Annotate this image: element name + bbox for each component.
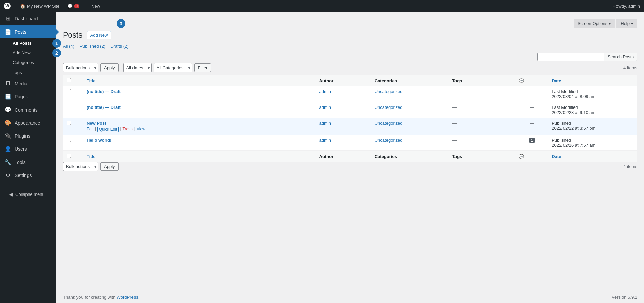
plugins-icon: 🔌 — [5, 133, 11, 139]
wordpress-link[interactable]: WordPress — [117, 295, 138, 300]
sidebar-item-pages[interactable]: 📃 Pages — [0, 90, 56, 103]
submenu-add-new[interactable]: Add New 2 — [0, 48, 56, 58]
row-3-edit-link[interactable]: Edit — [87, 127, 94, 132]
row-4-author-link[interactable]: admin — [319, 138, 331, 143]
row-4-category-link[interactable]: Uncategorized — [375, 138, 403, 143]
sidebar: ⊞ Dashboard 📄 Posts All Posts 1 Add New … — [0, 12, 56, 303]
col-comments-footer: 💬 — [515, 151, 548, 162]
adminbar-new[interactable]: + New — [84, 0, 104, 12]
dashboard-icon: ⊞ — [5, 15, 11, 22]
comments-col-icon: 💬 — [519, 78, 524, 83]
collapse-menu-button[interactable]: ◀ Collapse menu — [5, 188, 52, 200]
row-4-title-link[interactable]: Hello world! — [87, 138, 111, 143]
col-date-header[interactable]: Date — [548, 75, 637, 86]
dates-filter-wrap: All dates ▾ — [123, 63, 152, 72]
tablenav-actions: Bulk actions ▾ Apply All dates ▾ All Cat… — [63, 63, 621, 72]
row-2-checkbox[interactable] — [67, 105, 71, 109]
search-posts-input[interactable] — [537, 53, 604, 61]
sidebar-item-dashboard[interactable]: ⊞ Dashboard — [0, 12, 56, 25]
row-3-trash-link[interactable]: Trash — [123, 127, 133, 132]
row-3-date-cell: Published 2022/02/22 at 3:57 pm — [548, 118, 637, 135]
row-4-comments-badge[interactable]: 1 — [529, 138, 535, 143]
row-1-title-link[interactable]: (no title) — Draft — [87, 89, 121, 94]
row-1-category-link[interactable]: Uncategorized — [375, 89, 403, 94]
row-2-title-link[interactable]: (no title) — Draft — [87, 105, 121, 110]
adminbar-user[interactable]: Howdy, admin — [613, 4, 640, 9]
apply-bottom-button[interactable]: Apply — [100, 162, 119, 171]
col-title-footer[interactable]: Title — [83, 151, 316, 162]
adminbar-comments[interactable]: 💬 0 — [63, 0, 84, 12]
appearance-icon: 🎨 — [5, 120, 11, 126]
col-categories-footer: Categories — [371, 151, 449, 162]
submenu-all-posts[interactable]: All Posts 1 — [0, 38, 56, 48]
sidebar-item-tools[interactable]: 🔧 Tools — [0, 156, 56, 169]
row-3-comments-cell: — — [515, 118, 548, 135]
categories-filter-select[interactable]: All Categories — [154, 63, 192, 72]
title-sort-link[interactable]: Title — [87, 78, 96, 83]
filter-all-link[interactable]: All (4) — [63, 44, 74, 49]
sidebar-item-users[interactable]: 👤 Users — [0, 142, 56, 156]
row-2-tags-cell: — — [449, 102, 515, 118]
row-3-checkbox[interactable] — [67, 121, 71, 125]
dates-filter-select[interactable]: All dates — [123, 63, 152, 72]
row-4-date: 2022/02/16 at 7:57 am — [552, 143, 595, 148]
row-1-category-cell: Uncategorized — [371, 86, 449, 102]
filter-drafts-link[interactable]: Drafts (2) — [110, 44, 128, 49]
add-new-button[interactable]: Add New — [87, 31, 112, 39]
row-2-tags: — — [452, 105, 457, 110]
filter-published-link[interactable]: Published (2) — [79, 44, 105, 49]
help-arrow: ▾ — [631, 21, 633, 26]
filter-button[interactable]: Filter — [194, 63, 211, 72]
row-3-title-link[interactable]: New Post — [87, 121, 106, 126]
sidebar-item-comments[interactable]: 💬 Comments — [0, 103, 56, 116]
row-4-checkbox[interactable] — [67, 138, 71, 142]
help-button[interactable]: Help ▾ — [616, 19, 637, 28]
table-row: (no title) — Draft admin Uncategorized —… — [63, 86, 637, 102]
tablenav-right-bottom: 4 items — [623, 164, 637, 169]
apply-top-button[interactable]: Apply — [100, 63, 119, 72]
select-all-checkbox[interactable] — [67, 78, 71, 82]
row-1-checkbox[interactable] — [67, 89, 71, 93]
row-3-author-link[interactable]: admin — [319, 121, 331, 126]
row-3-category-link[interactable]: Uncategorized — [375, 121, 403, 126]
row-1-author-link[interactable]: admin — [319, 89, 331, 94]
table-head: Title Author Categories Tags 💬 — [63, 75, 637, 86]
col-title-header[interactable]: Title — [83, 75, 316, 86]
col-author-header: Author — [316, 75, 371, 86]
posts-table: Title Author Categories Tags 💬 — [63, 75, 637, 162]
row-4-category-cell: Uncategorized — [371, 135, 449, 151]
col-date-footer[interactable]: Date — [548, 151, 637, 162]
settings-icon: ⚙ — [5, 172, 11, 178]
row-1-title-cell: (no title) — Draft — [83, 86, 316, 102]
title-sort-link-bottom[interactable]: Title — [87, 154, 96, 159]
select-all-bottom-checkbox[interactable] — [67, 154, 71, 158]
sidebar-item-media[interactable]: 🖼 Media — [0, 77, 56, 90]
row-2-author-link[interactable]: admin — [319, 105, 331, 110]
sidebar-item-settings[interactable]: ⚙ Settings — [0, 169, 56, 182]
sidebar-item-plugins[interactable]: 🔌 Plugins — [0, 129, 56, 142]
pages-icon: 📃 — [5, 93, 11, 100]
title-col-label: Title — [87, 78, 96, 83]
sidebar-item-posts[interactable]: 📄 Posts — [0, 25, 56, 38]
bulk-actions-bottom-select[interactable]: Bulk actions — [63, 162, 98, 171]
row-1-tags-cell: — — [449, 86, 515, 102]
row-2-category-link[interactable]: Uncategorized — [375, 105, 403, 110]
bulk-actions-top-select[interactable]: Bulk actions — [63, 63, 98, 72]
sidebar-item-appearance[interactable]: 🎨 Appearance — [0, 116, 56, 129]
row-3-view-link[interactable]: View — [137, 127, 145, 132]
screen-options-button[interactable]: Screen Options ▾ — [574, 19, 615, 28]
submenu-tags[interactable]: Tags — [0, 68, 56, 77]
row-1-author-cell: admin — [316, 86, 371, 102]
search-posts-button[interactable]: Search Posts — [604, 53, 637, 61]
bulk-actions-bottom-wrap: Bulk actions ▾ — [63, 162, 98, 171]
tablenav-bottom-actions: Bulk actions ▾ Apply — [63, 162, 621, 171]
row-1-tags: — — [452, 89, 457, 94]
row-3-quick-edit-link[interactable]: Quick Edit — [97, 127, 119, 132]
date-sort-link-bottom[interactable]: Date — [552, 154, 561, 159]
row-2-title: (no title) — Draft — [87, 105, 121, 110]
adminbar-site[interactable]: 🏠 My New WP Site — [16, 0, 63, 12]
date-sort-link[interactable]: Date — [552, 78, 561, 83]
row-1-comments: — — [530, 89, 534, 94]
tutorial-circle-2: 2 — [52, 49, 61, 57]
submenu-categories[interactable]: Categories — [0, 58, 56, 68]
